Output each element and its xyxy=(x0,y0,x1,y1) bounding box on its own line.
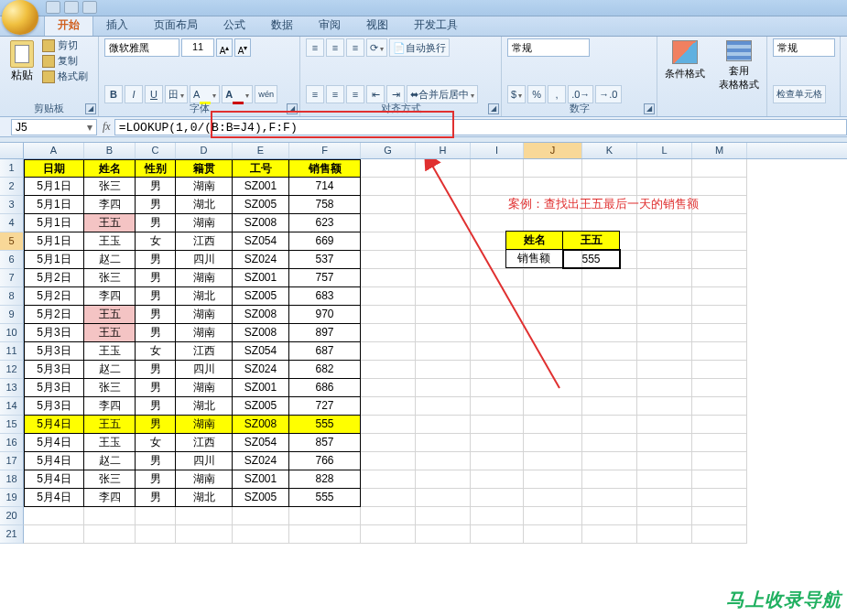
col-header-M[interactable]: M xyxy=(692,143,747,158)
cell-5-A[interactable]: 5月1日 xyxy=(24,232,84,251)
wrap-text-button[interactable]: 📄自动换行 xyxy=(389,38,450,57)
cell-4-L[interactable] xyxy=(637,214,692,232)
cell-10-I[interactable] xyxy=(471,324,524,342)
col-header-F[interactable]: F xyxy=(289,143,361,158)
cell-9-M[interactable] xyxy=(692,306,747,324)
align-bottom-button[interactable]: ≡ xyxy=(346,38,364,57)
cell-10-K[interactable] xyxy=(582,324,637,342)
cell-15-K[interactable] xyxy=(582,416,637,434)
cut-button[interactable]: 剪切 xyxy=(42,38,88,52)
cell-14-B[interactable]: 李四 xyxy=(84,397,136,416)
cell-19-L[interactable] xyxy=(637,489,692,507)
row-header-2[interactable]: 2 xyxy=(0,178,24,196)
cell-9-B[interactable]: 王五 xyxy=(84,306,136,324)
tab-2[interactable]: 页面布局 xyxy=(141,15,211,36)
cell-4-K[interactable] xyxy=(582,214,637,232)
cell-11-H[interactable] xyxy=(416,342,471,361)
align-right-button[interactable]: ≡ xyxy=(346,85,364,103)
cell-21-G[interactable] xyxy=(361,525,416,544)
tab-0[interactable]: 开始 xyxy=(44,14,93,36)
col-header-D[interactable]: D xyxy=(176,143,233,158)
cell-5-H[interactable] xyxy=(416,232,471,251)
cell-1-D[interactable]: 籍贯 xyxy=(176,159,233,178)
tab-1[interactable]: 插入 xyxy=(93,15,141,36)
cell-20-G[interactable] xyxy=(361,507,416,525)
cell-12-A[interactable]: 5月3日 xyxy=(24,361,84,379)
fill-color-button[interactable]: A xyxy=(190,85,220,103)
cell-17-C[interactable]: 男 xyxy=(136,452,176,470)
cell-4-F[interactable]: 623 xyxy=(289,214,361,232)
cell-20-I[interactable] xyxy=(471,507,524,525)
cell-16-G[interactable] xyxy=(361,434,416,452)
col-header-H[interactable]: H xyxy=(416,143,471,158)
cell-21-H[interactable] xyxy=(416,525,471,544)
copy-button[interactable]: 复制 xyxy=(42,54,88,68)
cell-15-G[interactable] xyxy=(361,416,416,434)
cell-8-I[interactable] xyxy=(471,287,524,306)
lookup-name-value[interactable]: 王五 xyxy=(563,232,620,250)
cell-8-M[interactable] xyxy=(692,287,747,306)
office-button[interactable] xyxy=(2,0,38,35)
cell-16-D[interactable]: 江西 xyxy=(176,434,233,452)
cell-1-L[interactable] xyxy=(637,159,692,178)
cell-14-F[interactable]: 727 xyxy=(289,397,361,416)
cell-3-B[interactable]: 李四 xyxy=(84,196,136,214)
cell-18-H[interactable] xyxy=(416,470,471,489)
cell-13-I[interactable] xyxy=(471,379,524,397)
format-painter-button[interactable]: 格式刷 xyxy=(42,70,88,83)
cell-21-I[interactable] xyxy=(471,525,524,544)
row-header-4[interactable]: 4 xyxy=(0,214,24,232)
cell-21-E[interactable] xyxy=(233,525,289,544)
cell-19-I[interactable] xyxy=(471,489,524,507)
cell-11-F[interactable]: 687 xyxy=(289,342,361,361)
cell-12-G[interactable] xyxy=(361,361,416,379)
cell-21-D[interactable] xyxy=(176,525,233,544)
cell-8-D[interactable]: 湖北 xyxy=(176,287,233,306)
cell-4-A[interactable]: 5月1日 xyxy=(24,214,84,232)
align-expand[interactable]: ◢ xyxy=(488,103,499,114)
cell-6-H[interactable] xyxy=(416,251,471,269)
cell-17-K[interactable] xyxy=(582,452,637,470)
cell-3-C[interactable]: 男 xyxy=(136,196,176,214)
cell-13-H[interactable] xyxy=(416,379,471,397)
cell-4-B[interactable]: 王五 xyxy=(84,214,136,232)
cell-3-M[interactable] xyxy=(692,196,747,214)
cell-1-G[interactable] xyxy=(361,159,416,178)
cell-17-I[interactable] xyxy=(471,452,524,470)
cell-14-H[interactable] xyxy=(416,397,471,416)
cell-15-M[interactable] xyxy=(692,416,747,434)
cell-4-H[interactable] xyxy=(416,214,471,232)
cell-7-A[interactable]: 5月2日 xyxy=(24,269,84,287)
cell-5-C[interactable]: 女 xyxy=(136,232,176,251)
decrease-decimal-button[interactable]: →.0 xyxy=(595,85,621,103)
cell-8-J[interactable] xyxy=(524,287,582,306)
cell-3-F[interactable]: 758 xyxy=(289,196,361,214)
cell-11-I[interactable] xyxy=(471,342,524,361)
cell-20-E[interactable] xyxy=(233,507,289,525)
cell-20-F[interactable] xyxy=(289,507,361,525)
row-header-13[interactable]: 13 xyxy=(0,379,24,397)
cell-1-F[interactable]: 销售额 xyxy=(289,159,361,178)
cell-17-E[interactable]: SZ024 xyxy=(233,452,289,470)
cell-14-I[interactable] xyxy=(471,397,524,416)
cell-18-A[interactable]: 5月4日 xyxy=(24,470,84,489)
cell-6-F[interactable]: 537 xyxy=(289,251,361,269)
cell-6-C[interactable]: 男 xyxy=(136,251,176,269)
cell-13-C[interactable]: 男 xyxy=(136,379,176,397)
cell-2-F[interactable]: 714 xyxy=(289,178,361,196)
cell-16-I[interactable] xyxy=(471,434,524,452)
underline-button[interactable]: U xyxy=(145,85,163,103)
qat-redo[interactable] xyxy=(82,1,97,14)
cell-16-J[interactable] xyxy=(524,434,582,452)
cell-16-L[interactable] xyxy=(637,434,692,452)
cell-19-G[interactable] xyxy=(361,489,416,507)
cell-7-C[interactable]: 男 xyxy=(136,269,176,287)
cell-15-B[interactable]: 王五 xyxy=(84,416,136,434)
row-header-1[interactable]: 1 xyxy=(0,159,24,178)
cell-2-G[interactable] xyxy=(361,178,416,196)
cell-11-M[interactable] xyxy=(692,342,747,361)
cell-12-M[interactable] xyxy=(692,361,747,379)
currency-button[interactable]: $ xyxy=(507,85,526,103)
cell-19-M[interactable] xyxy=(692,489,747,507)
cell-7-L[interactable] xyxy=(637,269,692,287)
